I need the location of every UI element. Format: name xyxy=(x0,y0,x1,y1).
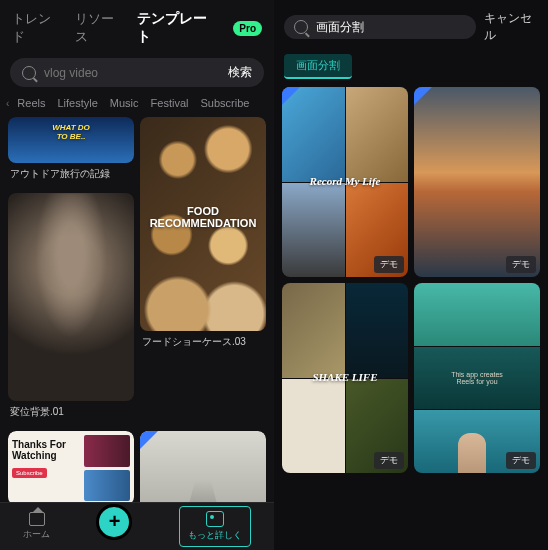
result-shake-life[interactable]: SHAKE LIFE デモ xyxy=(282,283,408,473)
card-outdoor[interactable]: WHAT DO TO BE.. アウトドア旅行の記録 xyxy=(8,117,134,187)
category-row: ‹ Reels Lifestyle Music Festival Subscri… xyxy=(0,93,274,117)
tab-resource[interactable]: リソース xyxy=(75,10,124,46)
bottom-nav: ホーム もっと詳しく xyxy=(0,502,274,550)
search-bar[interactable]: 検索 xyxy=(10,58,264,87)
card-bg-label: 変位背景.01 xyxy=(8,401,134,425)
overlay-app: This app creates Reels for you xyxy=(451,371,503,385)
overlay-food: FOOD RECOMMENDATION xyxy=(140,205,266,229)
nav-more-label: もっと詳しく xyxy=(188,529,242,542)
nav-home[interactable]: ホーム xyxy=(23,512,50,541)
right-search-input[interactable] xyxy=(316,20,466,34)
overlay-record: Record My Life xyxy=(282,175,408,187)
search-icon xyxy=(294,20,308,34)
overlay-thanks: Thanks For Watching xyxy=(12,439,76,461)
subscribe-chip: Subscribe xyxy=(12,468,47,478)
pro-corner-icon xyxy=(414,87,432,105)
tab-trend[interactable]: トレンド xyxy=(12,10,61,46)
search-input[interactable] xyxy=(44,66,228,80)
pro-corner-icon xyxy=(282,87,300,105)
result-record-my-life[interactable]: Record My Life デモ xyxy=(282,87,408,277)
card-outdoor-label: アウトドア旅行の記録 xyxy=(8,163,134,187)
results-grid: Record My Life デモ デモ SHAKE LIFE デモ This … xyxy=(274,87,548,473)
cat-reels[interactable]: Reels xyxy=(13,97,49,109)
cat-festival[interactable]: Festival xyxy=(147,97,193,109)
cat-lifestyle[interactable]: Lifestyle xyxy=(53,97,101,109)
card-food-label: フードショーケース.03 xyxy=(140,331,266,355)
top-tabs: トレンド リソース テンプレート Pro xyxy=(0,0,274,52)
right-panel: キャンセル 画面分割 Record My Life デモ デモ xyxy=(274,0,548,550)
cat-music[interactable]: Music xyxy=(106,97,143,109)
overlay-whatdo: WHAT DO TO BE.. xyxy=(8,123,134,141)
result-ocean[interactable]: This app creates Reels for you デモ xyxy=(414,283,540,473)
demo-tag: デモ xyxy=(374,452,404,469)
pro-corner-icon xyxy=(140,431,158,449)
right-search-bar[interactable] xyxy=(284,15,476,39)
demo-tag: デモ xyxy=(374,256,404,273)
tab-template[interactable]: テンプレート xyxy=(137,10,215,46)
nav-home-label: ホーム xyxy=(23,528,50,541)
nav-more[interactable]: もっと詳しく xyxy=(179,506,251,547)
card-bg[interactable]: 変位背景.01 xyxy=(8,193,134,425)
search-button[interactable]: 検索 xyxy=(228,64,252,81)
template-icon xyxy=(206,511,224,527)
right-top-bar: キャンセル xyxy=(274,0,548,50)
card-food[interactable]: FOOD RECOMMENDATION フードショーケース.03 xyxy=(140,117,266,425)
search-icon xyxy=(22,66,36,80)
demo-tag: デモ xyxy=(506,256,536,273)
cancel-button[interactable]: キャンセル xyxy=(484,10,538,44)
home-icon xyxy=(29,512,45,526)
overlay-shake: SHAKE LIFE xyxy=(282,371,408,383)
nav-add-button[interactable] xyxy=(96,504,132,540)
chevron-left-icon[interactable]: ‹ xyxy=(6,98,9,109)
demo-tag: デモ xyxy=(506,452,536,469)
active-filter-chip[interactable]: 画面分割 xyxy=(284,54,352,79)
template-grid: WHAT DO TO BE.. アウトドア旅行の記録 FOOD RECOMMEN… xyxy=(0,117,274,550)
pro-badge[interactable]: Pro xyxy=(233,21,262,36)
left-panel: トレンド リソース テンプレート Pro 検索 ‹ Reels Lifestyl… xyxy=(0,0,274,550)
cat-subscribe[interactable]: Subscribe xyxy=(196,97,253,109)
result-sunset[interactable]: デモ xyxy=(414,87,540,277)
